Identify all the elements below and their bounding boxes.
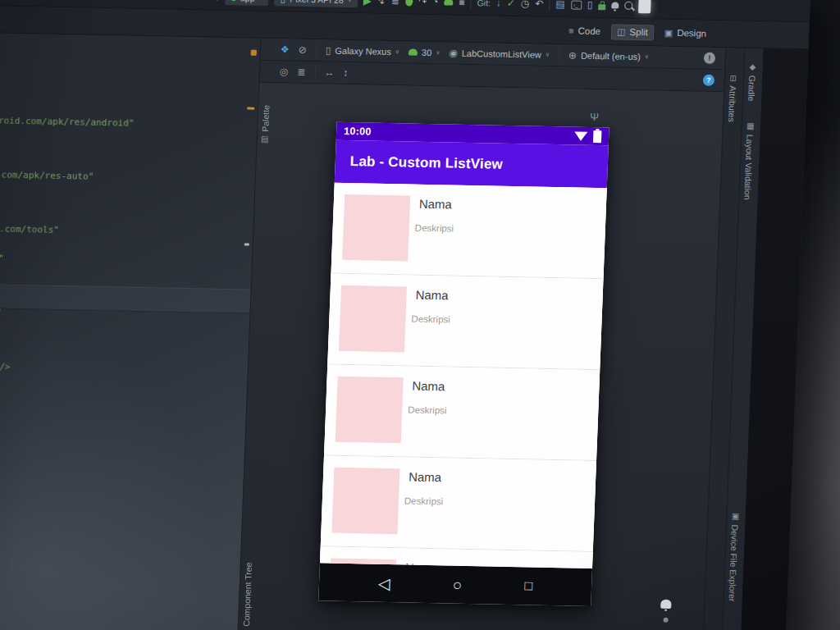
home-icon: ○ (452, 577, 462, 592)
vertical-constraints-icon[interactable]: ↕ (343, 67, 349, 79)
wifi-icon (574, 131, 587, 140)
component-list-icon[interactable]: ≣ (297, 66, 306, 78)
item-description: Deskripsi (415, 223, 454, 234)
editor-content-row: droid.com/apk/res/android" as.com/apk/re… (0, 33, 808, 630)
profiler-button[interactable]: ◔ (432, 0, 439, 7)
android-icon (409, 48, 418, 55)
item-name: Nama (409, 469, 442, 484)
tab-code[interactable]: ≡ Code (563, 23, 607, 39)
tab-split[interactable]: ◫ Split (611, 24, 655, 40)
list-item[interactable]: Nama Deskripsi (331, 183, 607, 280)
device-file-explorer-icon: ▣ (731, 511, 740, 520)
code-line: as.com/apk/res-auto" (0, 166, 132, 187)
item-name: Nama (412, 379, 445, 394)
tab-device-file-explorer[interactable]: ▣ Device File Explorer (724, 507, 743, 605)
tab-split-label: Split (629, 27, 648, 37)
item-name: Nama (419, 197, 453, 212)
phone-preview[interactable]: 10:00 Lab - Custom ListView Nama (318, 122, 609, 606)
toolbar-divider (315, 43, 317, 57)
debug-button[interactable] (405, 0, 413, 6)
tab-design[interactable]: ▣ Design (659, 25, 713, 41)
theme-dropdown[interactable]: ◉ LabCustomListView ∨ (449, 47, 550, 60)
view-options-eye-icon[interactable]: ◎ (280, 66, 289, 77)
tab-palette[interactable]: ▤ Palette (257, 101, 273, 149)
list-item[interactable]: Nama Deskripsi (327, 274, 603, 371)
code-editor[interactable]: droid.com/apk/res/android" as.com/apk/re… (0, 33, 261, 630)
listview[interactable]: Nama Deskripsi Nama Deskripsi Nama (320, 183, 607, 568)
lock-icon[interactable] (598, 4, 605, 10)
item-thumbnail (342, 194, 410, 262)
design-surface-icon[interactable]: ❖ (281, 43, 290, 55)
run-configurations-icon[interactable]: ≣ (391, 0, 400, 6)
list-item[interactable]: Nama Deskripsi (321, 455, 596, 552)
attach-debugger-icon[interactable]: ↶ (418, 0, 427, 7)
tab-code-label: Code (578, 26, 600, 37)
zoom-control-icon[interactable] (663, 618, 668, 623)
device-selector[interactable]: ▯ Pixel 3 API 28 ∨ (274, 0, 358, 7)
history-button[interactable]: ◷ (521, 0, 530, 8)
stop-button[interactable]: ■ (459, 0, 465, 7)
phone-icon: ▯ (326, 44, 331, 56)
locale-dropdown[interactable]: ⊕ Default (en-us) ∨ (568, 49, 649, 62)
git-commit-button[interactable]: ✓ (507, 0, 516, 8)
chevron-down-icon: ∨ (436, 49, 440, 56)
toolbar-divider (549, 0, 550, 11)
scrollbar-mark[interactable] (244, 243, 249, 245)
run-button[interactable]: ▶ (363, 0, 372, 6)
design-surface[interactable]: ▤ Palette ◧ Component Tree Ψ 10:00 (238, 83, 724, 630)
editor-divider-band (0, 284, 251, 314)
android-nav-bar: ◁ ○ □ (318, 563, 592, 606)
error-stripe-warning-mark[interactable] (247, 107, 254, 110)
chevron-down-icon: ∨ (348, 0, 352, 3)
notifications-bell-icon[interactable] (660, 600, 671, 609)
tab-layout-validation-label: Layout Validation (742, 135, 755, 200)
status-time: 10:00 (344, 126, 372, 138)
apply-changes-button[interactable]: ↯ (377, 0, 386, 6)
error-stripe-warning-mark[interactable] (251, 50, 257, 56)
notifications-bell-icon[interactable] (611, 2, 619, 8)
android-studio-window: ⚒ app ∨ ▯ Pixel 3 API 28 ∨ ▶ ↯ ≣ ↶ ◔ ■ G… (0, 0, 810, 630)
item-thumbnail (336, 377, 404, 444)
orientation-icon[interactable]: ⊘ (298, 44, 307, 56)
build-hammer-icon[interactable]: ⚒ (210, 0, 219, 2)
issues-badge[interactable]: ! (704, 52, 716, 64)
surface-controls (660, 600, 672, 630)
device-dropdown-label: Galaxy Nexus (335, 46, 391, 57)
tab-design-label: Design (677, 28, 706, 39)
git-update-button[interactable]: ↓ (496, 0, 501, 8)
item-thumbnail (339, 285, 407, 353)
chevron-down-icon: ∨ (645, 53, 649, 60)
android-profiler-icon[interactable] (444, 0, 453, 6)
device-dropdown[interactable]: ▯ Galaxy Nexus ∨ (326, 44, 400, 57)
design-pane: ❖ ⊘ ▯ Galaxy Nexus ∨ 30 ∨ ◉ (238, 39, 726, 630)
toolbar-divider (559, 48, 560, 62)
project-structure-icon[interactable]: ▤ (555, 0, 565, 9)
render-wrench-icon[interactable]: Ψ (590, 111, 599, 123)
code-line: droid.com/apk/res/android" (0, 112, 135, 133)
theme-icon: ◉ (449, 47, 458, 58)
list-item[interactable]: Nama Deskripsi (324, 365, 600, 462)
split-icon: ◫ (617, 26, 626, 37)
rollback-button[interactable]: ↶ (535, 0, 544, 9)
tab-attributes[interactable]: ⊟ Attributes (724, 71, 742, 126)
recents-icon: □ (524, 579, 532, 592)
run-config-selector[interactable]: app ∨ (225, 0, 269, 6)
globe-icon: ⊕ (568, 49, 578, 61)
tab-layout-validation[interactable]: ▦ Layout Validation (740, 117, 758, 204)
app-bar: Lab - Custom ListView (335, 140, 609, 189)
horizontal-constraints-icon[interactable]: ↔ (324, 66, 335, 78)
tab-component-tree-label: Component Tree (241, 562, 253, 626)
device-manager-icon[interactable]: ▯ (587, 0, 593, 10)
tab-component-tree[interactable]: ◧ Component Tree (238, 558, 256, 630)
search-icon[interactable] (624, 2, 632, 10)
chevron-down-icon: ∨ (258, 0, 262, 2)
layout-validation-icon: ▦ (746, 121, 755, 130)
terminal-icon[interactable]: ›_ (571, 0, 582, 9)
api-level-label: 30 (422, 48, 432, 57)
toolbar-divider (314, 66, 316, 79)
code-line: er" (0, 249, 34, 268)
help-badge[interactable]: ? (703, 75, 715, 86)
gradle-icon: ◆ (748, 62, 757, 71)
api-level-dropdown[interactable]: 30 ∨ (409, 47, 441, 57)
tab-gradle[interactable]: ◆ Gradle (744, 58, 760, 106)
